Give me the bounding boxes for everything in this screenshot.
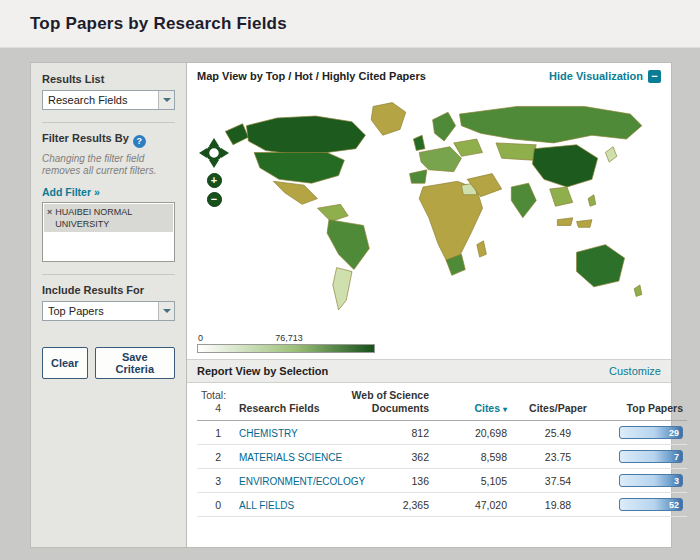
hide-visualization-link[interactable]: Hide Visualization −: [549, 70, 661, 83]
row-rank: 3: [197, 469, 235, 493]
legend-max-value: 76,713: [275, 333, 303, 343]
sort-down-icon: ▾: [503, 405, 507, 414]
legend-gradient-bar: [197, 344, 375, 353]
cites-value: 20,698: [437, 421, 515, 445]
report-table: Total: 4 Research Fields Web of Science …: [197, 385, 687, 517]
map-area: + − 0 76,713: [187, 89, 671, 359]
field-link[interactable]: CHEMISTRY: [239, 428, 298, 439]
cites-per-paper-value: 19.88: [515, 493, 601, 517]
docs-value: 2,365: [347, 493, 437, 517]
col-research-fields: Research Fields: [235, 385, 347, 421]
results-list-value: Research Fields: [43, 94, 158, 106]
table-row: 0 ALL FIELDS 2,365 47,020 19.88 52: [197, 493, 687, 517]
field-link[interactable]: ALL FIELDS: [239, 500, 294, 511]
cites-per-paper-value: 23.75: [515, 445, 601, 469]
zoom-out-button[interactable]: −: [207, 192, 222, 207]
include-results-value: Top Papers: [43, 305, 158, 317]
cites-per-paper-value: 25.49: [515, 421, 601, 445]
row-rank: 2: [197, 445, 235, 469]
clear-button[interactable]: Clear: [42, 347, 88, 379]
collapse-icon: −: [648, 70, 661, 83]
docs-value: 812: [347, 421, 437, 445]
sidebar-buttons: Clear Save Criteria: [42, 347, 175, 379]
title-bar: Top Papers by Research Fields: [0, 0, 700, 48]
page-title: Top Papers by Research Fields: [30, 14, 287, 34]
col-wos-documents: Web of Science Documents: [347, 385, 437, 421]
filter-note: Changing the filter field removes all cu…: [42, 153, 175, 178]
map-header: Map View by Top / Hot / Highly Cited Pap…: [187, 63, 671, 89]
map-view-title: Map View by Top / Hot / Highly Cited Pap…: [197, 70, 426, 82]
filter-item[interactable]: × HUAIBEI NORMAL UNIVERSITY: [44, 204, 173, 232]
remove-filter-icon[interactable]: ×: [47, 206, 52, 230]
include-results-label: Include Results For: [42, 284, 175, 296]
top-papers-bar: 29: [619, 426, 683, 439]
results-list-label: Results List: [42, 73, 175, 85]
legend-min-value: 0: [198, 333, 203, 343]
cites-value: 5,105: [437, 469, 515, 493]
top-papers-bar: 7: [619, 450, 683, 463]
field-link[interactable]: ENVIRONMENT/ECOLOGY: [239, 476, 365, 487]
save-criteria-button[interactable]: Save Criteria: [95, 347, 175, 379]
table-row: 3 ENVIRONMENT/ECOLOGY 136 5,105 37.54 3: [197, 469, 687, 493]
table-header-row: Total: 4 Research Fields Web of Science …: [197, 385, 687, 421]
zoom-in-button[interactable]: +: [207, 173, 222, 188]
total-count: Total: 4: [197, 385, 235, 421]
table-row: 2 MATERIALS SCIENCE 362 8,598 23.75 7: [197, 445, 687, 469]
docs-value: 362: [347, 445, 437, 469]
divider: [42, 274, 175, 275]
sidebar: Results List Research Fields Filter Resu…: [30, 62, 187, 548]
row-rank: 1: [197, 421, 235, 445]
row-rank: 0: [197, 493, 235, 517]
cites-value: 47,020: [437, 493, 515, 517]
map-legend: 0 76,713: [197, 333, 375, 353]
cites-value: 8,598: [437, 445, 515, 469]
field-link[interactable]: MATERIALS SCIENCE: [239, 452, 342, 463]
col-top-papers: Top Papers: [601, 385, 687, 421]
filter-list[interactable]: × HUAIBEI NORMAL UNIVERSITY: [42, 202, 175, 262]
world-map[interactable]: [213, 93, 658, 331]
filter-results-label: Filter Results By?: [42, 132, 175, 148]
customize-link[interactable]: Customize: [609, 365, 661, 377]
col-cites-per-paper: Cites/Paper: [515, 385, 601, 421]
report-view-title: Report View by Selection: [197, 365, 328, 377]
table-row: 1 CHEMISTRY 812 20,698 25.49 29: [197, 421, 687, 445]
top-papers-bar: 52: [619, 498, 683, 511]
chevron-down-icon: [158, 91, 174, 109]
report-view-bar: Report View by Selection Customize: [187, 359, 671, 383]
results-list-select[interactable]: Research Fields: [42, 90, 175, 110]
include-results-select[interactable]: Top Papers: [42, 301, 175, 321]
chevron-down-icon: [158, 302, 174, 320]
add-filter-link[interactable]: Add Filter »: [42, 186, 100, 198]
map-controls: + −: [197, 137, 231, 207]
top-papers-bar: 3: [619, 474, 683, 487]
report-table-wrap: Total: 4 Research Fields Web of Science …: [187, 383, 671, 517]
cites-per-paper-value: 37.54: [515, 469, 601, 493]
help-icon[interactable]: ?: [133, 135, 146, 148]
page: Top Papers by Research Fields Results Li…: [0, 0, 700, 560]
main-panel: Map View by Top / Hot / Highly Cited Pap…: [187, 62, 672, 548]
col-cites-sort[interactable]: Cites ▾: [437, 385, 515, 421]
divider: [42, 122, 175, 123]
pan-control-icon[interactable]: [198, 137, 230, 169]
filter-item-label: HUAIBEI NORMAL UNIVERSITY: [55, 206, 170, 230]
